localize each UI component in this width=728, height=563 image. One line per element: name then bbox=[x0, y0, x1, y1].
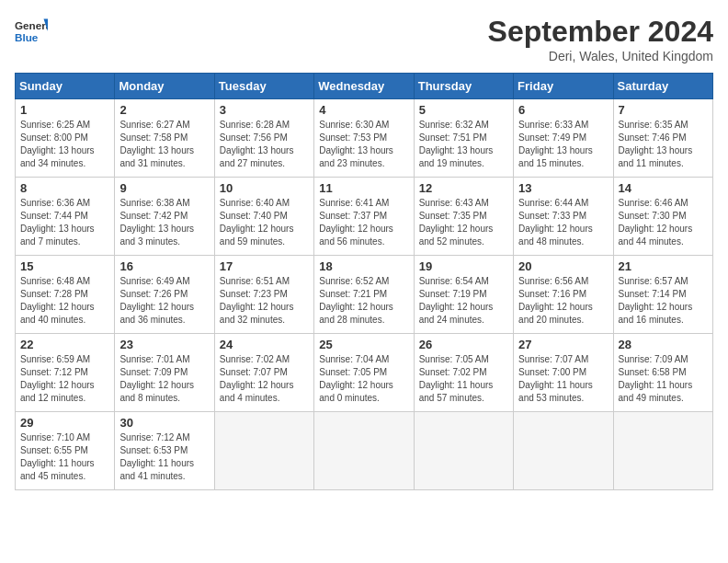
week-row-1: 1 Sunrise: 6:25 AMSunset: 8:00 PMDayligh… bbox=[16, 99, 713, 178]
day-number: 12 bbox=[419, 181, 508, 195]
calendar-cell: 9 Sunrise: 6:38 AMSunset: 7:42 PMDayligh… bbox=[115, 178, 214, 256]
day-info: Sunrise: 7:12 AMSunset: 6:53 PMDaylight:… bbox=[119, 432, 194, 481]
calendar-cell: 29 Sunrise: 7:10 AMSunset: 6:55 PMDaylig… bbox=[16, 412, 115, 490]
calendar-cell: 3 Sunrise: 6:28 AMSunset: 7:56 PMDayligh… bbox=[214, 99, 313, 178]
calendar-cell: 1 Sunrise: 6:25 AMSunset: 8:00 PMDayligh… bbox=[16, 99, 115, 178]
day-number: 4 bbox=[319, 103, 408, 117]
day-number: 27 bbox=[518, 338, 608, 351]
week-row-4: 22 Sunrise: 6:59 AMSunset: 7:12 PMDaylig… bbox=[16, 334, 713, 412]
day-number: 17 bbox=[220, 259, 309, 273]
svg-text:Blue: Blue bbox=[15, 31, 39, 43]
day-info: Sunrise: 7:04 AMSunset: 7:05 PMDaylight:… bbox=[319, 354, 393, 403]
day-info: Sunrise: 6:36 AMSunset: 7:44 PMDaylight:… bbox=[20, 198, 95, 247]
calendar-cell: 22 Sunrise: 6:59 AMSunset: 7:12 PMDaylig… bbox=[16, 334, 115, 412]
day-info: Sunrise: 6:56 AMSunset: 7:16 PMDaylight:… bbox=[518, 276, 593, 325]
day-info: Sunrise: 6:35 AMSunset: 7:46 PMDaylight:… bbox=[619, 120, 693, 168]
calendar-cell: 20 Sunrise: 6:56 AMSunset: 7:16 PMDaylig… bbox=[514, 256, 613, 334]
day-info: Sunrise: 7:01 AMSunset: 7:09 PMDaylight:… bbox=[119, 354, 194, 403]
location: Deri, Wales, United Kingdom bbox=[488, 49, 713, 63]
week-row-5: 29 Sunrise: 7:10 AMSunset: 6:55 PMDaylig… bbox=[16, 412, 713, 490]
title-block: September 2024 Deri, Wales, United Kingd… bbox=[488, 15, 713, 63]
calendar-cell: 24 Sunrise: 7:02 AMSunset: 7:07 PMDaylig… bbox=[214, 334, 313, 412]
day-number: 10 bbox=[220, 181, 309, 195]
calendar-cell: 12 Sunrise: 6:43 AMSunset: 7:35 PMDaylig… bbox=[414, 178, 513, 256]
calendar-cell: 16 Sunrise: 6:49 AMSunset: 7:26 PMDaylig… bbox=[115, 256, 214, 334]
page-header: General Blue September 2024 Deri, Wales,… bbox=[15, 15, 713, 63]
day-info: Sunrise: 6:48 AMSunset: 7:28 PMDaylight:… bbox=[20, 276, 95, 325]
header-row: SundayMondayTuesdayWednesdayThursdayFrid… bbox=[16, 74, 713, 99]
day-number: 6 bbox=[518, 103, 608, 117]
day-info: Sunrise: 6:41 AMSunset: 7:37 PMDaylight:… bbox=[319, 198, 393, 247]
day-info: Sunrise: 6:54 AMSunset: 7:19 PMDaylight:… bbox=[419, 276, 494, 325]
calendar-cell: 17 Sunrise: 6:51 AMSunset: 7:23 PMDaylig… bbox=[214, 256, 313, 334]
day-info: Sunrise: 7:09 AMSunset: 6:58 PMDaylight:… bbox=[619, 354, 693, 403]
calendar-cell: 7 Sunrise: 6:35 AMSunset: 7:46 PMDayligh… bbox=[613, 99, 712, 178]
day-info: Sunrise: 6:33 AMSunset: 7:49 PMDaylight:… bbox=[518, 120, 593, 168]
day-number: 15 bbox=[20, 259, 109, 273]
day-number: 24 bbox=[220, 338, 309, 351]
day-info: Sunrise: 6:49 AMSunset: 7:26 PMDaylight:… bbox=[119, 276, 194, 325]
day-info: Sunrise: 6:27 AMSunset: 7:58 PMDaylight:… bbox=[119, 120, 194, 168]
day-info: Sunrise: 7:10 AMSunset: 6:55 PMDaylight:… bbox=[20, 432, 95, 481]
day-number: 29 bbox=[20, 416, 109, 430]
calendar-cell: 30 Sunrise: 7:12 AMSunset: 6:53 PMDaylig… bbox=[115, 412, 214, 490]
calendar-cell: 26 Sunrise: 7:05 AMSunset: 7:02 PMDaylig… bbox=[414, 334, 513, 412]
calendar-table: SundayMondayTuesdayWednesdayThursdayFrid… bbox=[15, 73, 713, 490]
calendar-cell: 27 Sunrise: 7:07 AMSunset: 7:00 PMDaylig… bbox=[514, 334, 613, 412]
day-number: 25 bbox=[319, 338, 408, 351]
day-number: 20 bbox=[518, 259, 608, 273]
calendar-cell: 5 Sunrise: 6:32 AMSunset: 7:51 PMDayligh… bbox=[414, 99, 513, 178]
calendar-cell: 2 Sunrise: 6:27 AMSunset: 7:58 PMDayligh… bbox=[115, 99, 214, 178]
day-info: Sunrise: 6:51 AMSunset: 7:23 PMDaylight:… bbox=[220, 276, 294, 325]
calendar-cell bbox=[214, 412, 313, 490]
day-info: Sunrise: 6:43 AMSunset: 7:35 PMDaylight:… bbox=[419, 198, 494, 247]
day-info: Sunrise: 6:57 AMSunset: 7:14 PMDaylight:… bbox=[619, 276, 693, 325]
month-title: September 2024 bbox=[488, 15, 713, 49]
day-number: 9 bbox=[119, 181, 209, 195]
day-number: 5 bbox=[419, 103, 508, 117]
svg-text:General: General bbox=[15, 19, 48, 31]
day-number: 21 bbox=[619, 259, 708, 273]
calendar-cell: 8 Sunrise: 6:36 AMSunset: 7:44 PMDayligh… bbox=[16, 178, 115, 256]
day-header-sunday: Sunday bbox=[16, 74, 115, 99]
calendar-cell: 19 Sunrise: 6:54 AMSunset: 7:19 PMDaylig… bbox=[414, 256, 513, 334]
day-number: 30 bbox=[119, 416, 209, 430]
day-number: 22 bbox=[20, 338, 109, 351]
day-header-wednesday: Wednesday bbox=[314, 74, 414, 99]
calendar-cell: 21 Sunrise: 6:57 AMSunset: 7:14 PMDaylig… bbox=[613, 256, 712, 334]
day-info: Sunrise: 6:38 AMSunset: 7:42 PMDaylight:… bbox=[119, 198, 194, 247]
calendar-cell bbox=[613, 412, 712, 490]
calendar-cell: 10 Sunrise: 6:40 AMSunset: 7:40 PMDaylig… bbox=[214, 178, 313, 256]
day-info: Sunrise: 6:52 AMSunset: 7:21 PMDaylight:… bbox=[319, 276, 393, 325]
day-info: Sunrise: 6:30 AMSunset: 7:53 PMDaylight:… bbox=[319, 120, 393, 168]
day-number: 16 bbox=[119, 259, 209, 273]
day-number: 3 bbox=[220, 103, 309, 117]
calendar-cell: 18 Sunrise: 6:52 AMSunset: 7:21 PMDaylig… bbox=[314, 256, 414, 334]
calendar-cell bbox=[514, 412, 613, 490]
logo: General Blue bbox=[15, 15, 48, 48]
calendar-cell: 28 Sunrise: 7:09 AMSunset: 6:58 PMDaylig… bbox=[613, 334, 712, 412]
day-info: Sunrise: 6:44 AMSunset: 7:33 PMDaylight:… bbox=[518, 198, 593, 247]
day-info: Sunrise: 7:07 AMSunset: 7:00 PMDaylight:… bbox=[518, 354, 593, 403]
day-header-monday: Monday bbox=[115, 74, 214, 99]
day-number: 7 bbox=[619, 103, 708, 117]
day-header-friday: Friday bbox=[514, 74, 613, 99]
day-number: 8 bbox=[20, 181, 109, 195]
calendar-cell bbox=[314, 412, 414, 490]
day-info: Sunrise: 7:02 AMSunset: 7:07 PMDaylight:… bbox=[220, 354, 294, 403]
day-header-thursday: Thursday bbox=[414, 74, 513, 99]
calendar-cell: 25 Sunrise: 7:04 AMSunset: 7:05 PMDaylig… bbox=[314, 334, 414, 412]
week-row-2: 8 Sunrise: 6:36 AMSunset: 7:44 PMDayligh… bbox=[16, 178, 713, 256]
day-number: 19 bbox=[419, 259, 508, 273]
day-info: Sunrise: 6:25 AMSunset: 8:00 PMDaylight:… bbox=[20, 120, 95, 168]
calendar-cell: 6 Sunrise: 6:33 AMSunset: 7:49 PMDayligh… bbox=[514, 99, 613, 178]
calendar-cell: 11 Sunrise: 6:41 AMSunset: 7:37 PMDaylig… bbox=[314, 178, 414, 256]
day-number: 1 bbox=[20, 103, 109, 117]
calendar-cell: 23 Sunrise: 7:01 AMSunset: 7:09 PMDaylig… bbox=[115, 334, 214, 412]
day-info: Sunrise: 6:40 AMSunset: 7:40 PMDaylight:… bbox=[220, 198, 294, 247]
day-number: 11 bbox=[319, 181, 408, 195]
day-number: 26 bbox=[419, 338, 508, 351]
calendar-cell: 14 Sunrise: 6:46 AMSunset: 7:30 PMDaylig… bbox=[613, 178, 712, 256]
calendar-cell: 4 Sunrise: 6:30 AMSunset: 7:53 PMDayligh… bbox=[314, 99, 414, 178]
day-number: 28 bbox=[619, 338, 708, 351]
